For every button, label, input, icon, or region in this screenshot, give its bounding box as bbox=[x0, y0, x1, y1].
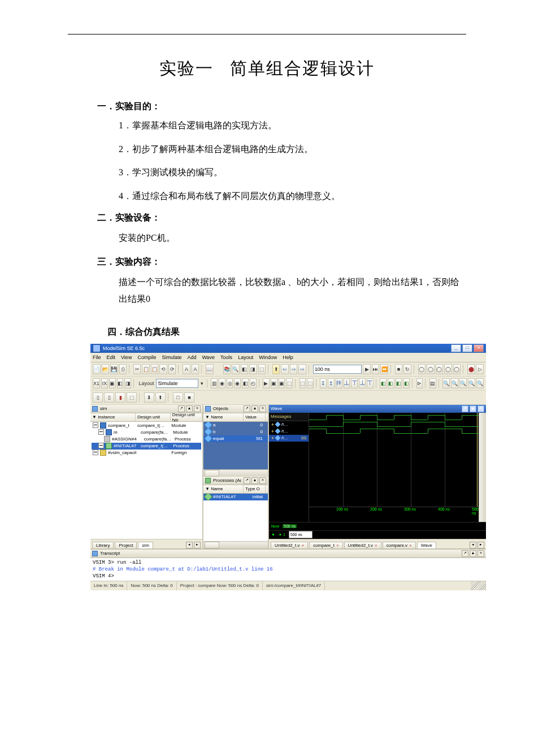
menu-tools[interactable]: Tools bbox=[220, 355, 232, 360]
expand-icon[interactable]: + bbox=[271, 435, 274, 440]
col-dutype[interactable]: Design unit typ bbox=[171, 413, 202, 421]
objects-columns[interactable]: ▼ Name Value bbox=[203, 413, 268, 422]
tb2-layout-select[interactable] bbox=[156, 379, 198, 388]
tb2-icon[interactable]: ◉ bbox=[219, 378, 225, 388]
sim-tree-row[interactable]: #INITIAL#7compare_t(…Process bbox=[92, 443, 201, 450]
wave-cursor-input[interactable] bbox=[289, 531, 312, 538]
object-row[interactable]: b0 bbox=[203, 429, 268, 435]
wave-signal-a[interactable]: +/t… bbox=[269, 421, 309, 428]
panel-close-icon[interactable]: × bbox=[477, 550, 484, 557]
tb-cursor-up-icon[interactable]: ⬆ bbox=[272, 364, 280, 374]
tb-pane1-icon[interactable]: ◧ bbox=[241, 364, 249, 374]
wave-cursor-icon[interactable]: ▼ bbox=[271, 533, 275, 537]
tb-findnext-icon[interactable]: A bbox=[192, 364, 199, 374]
col-instance[interactable]: ▼ Instance bbox=[90, 413, 136, 421]
tb-wave1-icon[interactable]: ◯ bbox=[418, 364, 426, 374]
tb-lib-icon[interactable]: 📚 bbox=[223, 364, 231, 374]
tab-file1[interactable]: Untitled2_t.v× bbox=[271, 542, 308, 548]
menu-help[interactable]: Help bbox=[283, 355, 293, 360]
col-designunit[interactable]: Design unit bbox=[136, 413, 171, 421]
sim-tree[interactable]: compare_tcompare_t(…Modulemcompare(fa…Mo… bbox=[90, 422, 202, 539]
menu-layout[interactable]: Layout bbox=[238, 355, 253, 360]
panel-close-icon[interactable]: × bbox=[194, 405, 201, 412]
panel-up-icon[interactable]: ▲ bbox=[251, 405, 258, 412]
tb-print-icon[interactable]: ⎙ bbox=[119, 364, 127, 374]
tb-exit-icon[interactable]: ▷ bbox=[476, 364, 484, 374]
tab-library[interactable]: Library bbox=[92, 542, 114, 548]
sim-tree-row[interactable]: mcompare(fa…Module bbox=[92, 429, 201, 436]
menu-window[interactable]: Window bbox=[259, 355, 277, 360]
tb2-icon[interactable]: ▣ bbox=[109, 378, 116, 388]
tb2-icon[interactable]: ▥ bbox=[211, 378, 218, 388]
objects-hscroll[interactable] bbox=[203, 469, 268, 477]
processes-panel-header[interactable]: Processes (Active) ↗ ▲ × bbox=[203, 477, 268, 485]
tb2-icon[interactable]: ◎ bbox=[227, 378, 233, 388]
tb-new-icon[interactable]: 📄 bbox=[93, 364, 101, 374]
tb2-sig-icon[interactable]: ◧ bbox=[380, 378, 387, 388]
expand-icon[interactable]: + bbox=[271, 422, 274, 427]
panel-close-icon[interactable]: × bbox=[477, 405, 484, 412]
panel-pop-icon[interactable]: ↗ bbox=[244, 405, 250, 412]
wave-names-column[interactable]: Messages +/t… +/t… +/t…St1 bbox=[269, 413, 309, 522]
tb3-icon[interactable]: ⬚ bbox=[127, 392, 137, 403]
panel-pop-icon[interactable]: ↗ bbox=[462, 405, 468, 412]
tb2-edge-icon[interactable]: 丄 bbox=[344, 378, 350, 388]
close-button[interactable]: × bbox=[474, 344, 484, 352]
maximize-button[interactable]: □ bbox=[462, 344, 472, 352]
tb-find-icon[interactable]: A bbox=[183, 364, 190, 374]
tb3-icon[interactable]: ▯ bbox=[104, 392, 114, 403]
tb-runall-icon[interactable]: ⏭ bbox=[372, 364, 380, 374]
tb-break-icon[interactable]: ■ bbox=[395, 364, 403, 374]
tb2-icon[interactable]: ⬚ bbox=[307, 378, 314, 388]
tb2-zoom-icon[interactable]: 🔍 bbox=[468, 378, 475, 388]
tb2-icon[interactable]: ◉ bbox=[234, 378, 241, 388]
sim-tree-row[interactable]: compare_tcompare_t(…Module bbox=[92, 422, 201, 429]
tb-restart-icon[interactable]: ↻ bbox=[403, 364, 411, 374]
menu-file[interactable]: File bbox=[93, 355, 101, 360]
tb-step-end-icon[interactable]: ⇨ bbox=[298, 364, 306, 374]
wave-signal-equal[interactable]: +/t…St1 bbox=[269, 435, 309, 442]
tb3-up-icon[interactable]: ⬆ bbox=[155, 392, 166, 403]
panel-up-icon[interactable]: ▲ bbox=[186, 405, 193, 412]
tb-zoom-icon[interactable]: 🔍 bbox=[232, 364, 240, 374]
menu-add[interactable]: Add bbox=[187, 355, 196, 360]
tb2-sig-icon[interactable]: ◧ bbox=[388, 378, 394, 388]
close-tab-icon[interactable]: × bbox=[301, 543, 304, 548]
sim-columns[interactable]: ▼ Instance Design unit Design unit typ bbox=[90, 413, 202, 422]
menu-simulate[interactable]: Simulate bbox=[162, 355, 181, 360]
tb2-icon[interactable]: ◧ bbox=[117, 378, 124, 388]
tb2-icon[interactable]: ◴ bbox=[250, 378, 257, 388]
tab-sim[interactable]: sim bbox=[138, 542, 153, 548]
sim-tree-row[interactable]: #ASSIGN#4compare(fa…Process bbox=[92, 436, 201, 443]
tab-compare-v[interactable]: compare.v× bbox=[383, 542, 416, 548]
tb-wave3-icon[interactable]: ◯ bbox=[436, 364, 444, 374]
tb2-zoom-icon[interactable]: 🔍 bbox=[459, 378, 467, 388]
objects-list[interactable]: a0b0equalSt1 bbox=[203, 422, 268, 469]
processes-hscroll[interactable] bbox=[203, 541, 268, 548]
tb3-icon[interactable]: ■ bbox=[184, 392, 194, 403]
tb2-run-icon[interactable]: ⊳ bbox=[416, 378, 423, 388]
tb-run-time-input[interactable] bbox=[313, 365, 362, 374]
panel-close-icon[interactable]: × bbox=[259, 405, 266, 412]
wave-body[interactable]: Messages +/t… +/t… +/t…St1 100 ns200 ns3… bbox=[269, 413, 486, 522]
close-tab-icon[interactable]: × bbox=[375, 543, 377, 548]
tabs-scroll-left-icon[interactable]: ◂ bbox=[186, 542, 193, 548]
tabs-scroll-right-icon[interactable]: ▸ bbox=[477, 542, 484, 548]
tb2-icon[interactable]: ▶ bbox=[263, 378, 270, 388]
tb-open-icon[interactable]: 📂 bbox=[102, 364, 110, 374]
tb3-icon[interactable]: □ bbox=[173, 392, 183, 403]
menubar[interactable]: File Edit View Compile Simulate Add Wave… bbox=[90, 353, 486, 362]
tb3-icon[interactable]: ▯ bbox=[93, 392, 103, 403]
tb-paste-icon[interactable]: 📋 bbox=[151, 364, 159, 374]
tb2-icon[interactable]: X1 bbox=[93, 378, 100, 388]
menu-compile[interactable]: Compile bbox=[137, 355, 156, 360]
tabs-scroll-right-icon[interactable]: ▸ bbox=[194, 542, 201, 548]
tb2-icon[interactable]: ▣ bbox=[271, 378, 277, 388]
panel-up-icon[interactable]: ▲ bbox=[251, 477, 258, 484]
tb-stop-icon[interactable]: ⬤ bbox=[467, 364, 475, 374]
tb-pane2-icon[interactable]: ◨ bbox=[249, 364, 257, 374]
tb2-list-icon[interactable]: ▤ bbox=[429, 378, 436, 388]
panel-up-icon[interactable]: ▲ bbox=[470, 550, 476, 557]
panel-pop-icon[interactable]: ↗ bbox=[462, 550, 468, 557]
tb2-icon[interactable]: ◧ bbox=[242, 378, 249, 388]
